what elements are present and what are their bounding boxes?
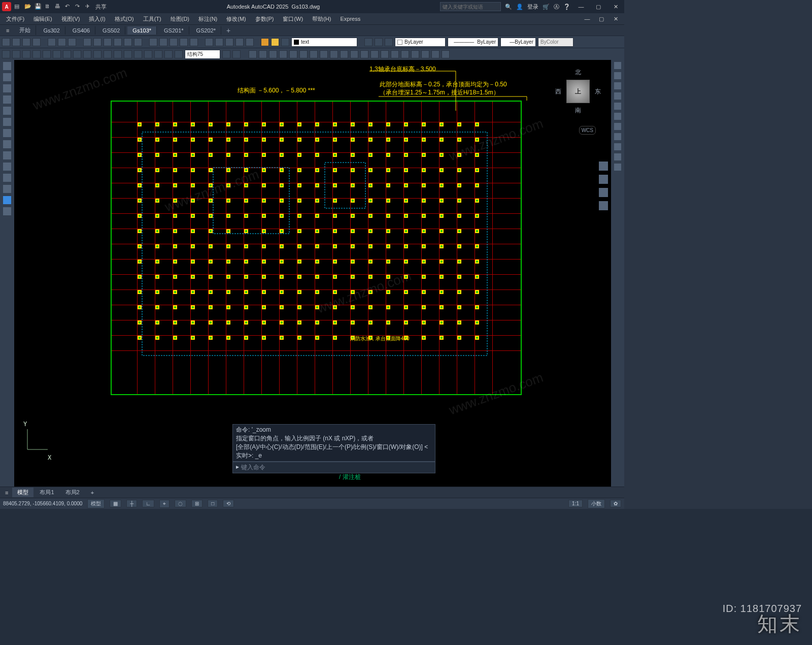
space-toggle[interactable]: 模型 (87, 499, 105, 508)
apps-icon[interactable]: Ⓐ (554, 3, 559, 11)
grid-toggle[interactable]: ▦ (110, 500, 121, 507)
doc-close-button[interactable]: ✕ (609, 14, 622, 24)
tool-icon[interactable] (124, 38, 132, 46)
menu-draw[interactable]: 绘图(D) (166, 14, 193, 24)
layer-icon[interactable] (261, 38, 269, 46)
tool-icon[interactable] (12, 38, 20, 46)
zoom-icon[interactable] (599, 188, 608, 197)
extend-tool-icon[interactable] (614, 123, 621, 130)
mod-tool-icon[interactable] (340, 50, 348, 58)
color-dropdown[interactable]: ByLayer (395, 38, 446, 47)
tool-icon[interactable] (134, 38, 142, 46)
orbit-icon[interactable] (599, 201, 608, 210)
help-icon[interactable]: ❔ (563, 4, 570, 10)
mod-tool-icon[interactable] (370, 50, 379, 58)
wheel-icon[interactable] (599, 162, 608, 171)
dim-tool-icon[interactable] (63, 50, 71, 58)
rotate-tool-icon[interactable] (614, 82, 621, 89)
tool-icon[interactable] (83, 38, 91, 46)
tab-layout1[interactable]: 布局1 (35, 488, 59, 497)
close-button[interactable]: ✕ (609, 2, 622, 12)
open-icon[interactable]: 📂 (24, 3, 31, 10)
mod-tool-icon[interactable] (269, 50, 277, 58)
rect-tool-icon[interactable] (3, 107, 11, 115)
quick-access-toolbar[interactable]: ▤ 📂 💾 🗎 🖶 ↶ ↷ ✈ 共享 (14, 3, 107, 10)
tab-model[interactable]: 模型 (12, 488, 33, 497)
dim-tool-icon[interactable] (175, 50, 183, 58)
dim-tool-icon[interactable] (164, 50, 173, 58)
dim-tool-icon[interactable] (53, 50, 61, 58)
doc-restore-button[interactable]: ▢ (595, 14, 608, 24)
tab-gs502[interactable]: GS502 (97, 26, 125, 35)
menu-format[interactable]: 格式(O) (111, 14, 138, 24)
menu-toggle-icon[interactable]: ≡ (2, 490, 11, 496)
tool-icon[interactable] (2, 38, 10, 46)
anno-scale[interactable]: 1:1 (568, 500, 583, 507)
dim-tool-icon[interactable] (22, 50, 30, 58)
tool-icon[interactable] (159, 38, 167, 46)
dim-tool-icon[interactable] (73, 50, 81, 58)
menu-toggle-icon[interactable]: ≡ (3, 27, 12, 34)
hatch-tool-icon[interactable] (3, 129, 11, 137)
app-logo[interactable]: A (2, 2, 11, 11)
vc-north[interactable]: 北 (555, 68, 601, 77)
mirror-tool-icon[interactable] (614, 92, 621, 100)
mod-tool-icon[interactable] (299, 50, 308, 58)
circle-tool-icon[interactable] (3, 84, 11, 92)
dim-tool-icon[interactable] (114, 50, 122, 58)
tool-icon[interactable] (235, 38, 244, 46)
dimstyle-dropdown[interactable]: 结构75 (185, 50, 220, 59)
wcs-badge[interactable]: WCS (579, 126, 596, 135)
ortho-toggle[interactable]: ∟ (142, 500, 154, 507)
dim-tool-icon[interactable] (134, 50, 142, 58)
mod-tool-icon[interactable] (411, 50, 419, 58)
tool-icon[interactable] (114, 38, 122, 46)
vc-top[interactable]: 上 (566, 80, 590, 103)
units-button[interactable]: 小数 (588, 499, 605, 508)
ellipse-tool-icon[interactable] (3, 118, 11, 126)
lwt-toggle[interactable]: ⊞ (191, 500, 202, 507)
vc-east[interactable]: 东 (595, 87, 601, 96)
osnap-toggle[interactable]: ◌ (175, 500, 186, 507)
saveas-icon[interactable]: 🗎 (45, 3, 52, 10)
plotcolor-dropdown[interactable]: ByColor (538, 38, 573, 47)
mod-tool-icon[interactable] (381, 50, 389, 58)
dim-tool-icon[interactable] (12, 50, 20, 58)
mod-tool-icon[interactable] (391, 50, 399, 58)
qprop-toggle[interactable]: □ (208, 500, 218, 507)
dim-tool-icon[interactable] (2, 50, 10, 58)
tool-icon[interactable] (225, 38, 233, 46)
tool-icon[interactable] (246, 38, 254, 46)
tool-icon[interactable] (104, 38, 112, 46)
tool-icon[interactable] (149, 38, 157, 46)
user-icon[interactable]: 👤 (516, 4, 523, 10)
block-tool-icon[interactable] (3, 163, 11, 171)
tool-icon[interactable] (93, 38, 101, 46)
lineweight-dropdown[interactable]: — ByLayer (500, 38, 536, 47)
dim-tool-icon[interactable] (43, 50, 51, 58)
dim-tool-icon[interactable] (154, 50, 162, 58)
search-input[interactable] (440, 2, 501, 11)
redo-icon[interactable]: ↷ (75, 3, 82, 10)
save-icon[interactable]: 💾 (35, 3, 42, 10)
dim-tool-icon[interactable] (144, 50, 152, 58)
vc-south[interactable]: 南 (555, 106, 601, 115)
tool-icon[interactable] (215, 38, 223, 46)
polyline-tool-icon[interactable] (3, 73, 11, 81)
settings-gear-icon[interactable]: ✿ (610, 500, 621, 507)
dim-tool-icon[interactable] (232, 50, 241, 58)
erase-tool-icon[interactable] (614, 153, 621, 160)
tool-icon[interactable] (180, 38, 188, 46)
mod-tool-icon[interactable] (421, 50, 429, 58)
tab-start[interactable]: 开始 (14, 25, 36, 35)
drawing-canvas[interactable]: 结构面 －5.600，－5.800 *** 1,3轴承台底标高－3.500 此部… (14, 60, 611, 487)
point-tool-icon[interactable] (3, 151, 11, 159)
tool-icon[interactable] (58, 38, 66, 46)
tool-icon[interactable] (22, 38, 30, 46)
tool-icon[interactable] (190, 38, 198, 46)
mod-tool-icon[interactable] (330, 50, 338, 58)
maximize-button[interactable]: ▢ (592, 2, 605, 12)
menu-window[interactable]: 窗口(W) (279, 14, 307, 24)
lock-icon[interactable] (281, 38, 289, 46)
table-tool-icon[interactable] (3, 174, 11, 182)
